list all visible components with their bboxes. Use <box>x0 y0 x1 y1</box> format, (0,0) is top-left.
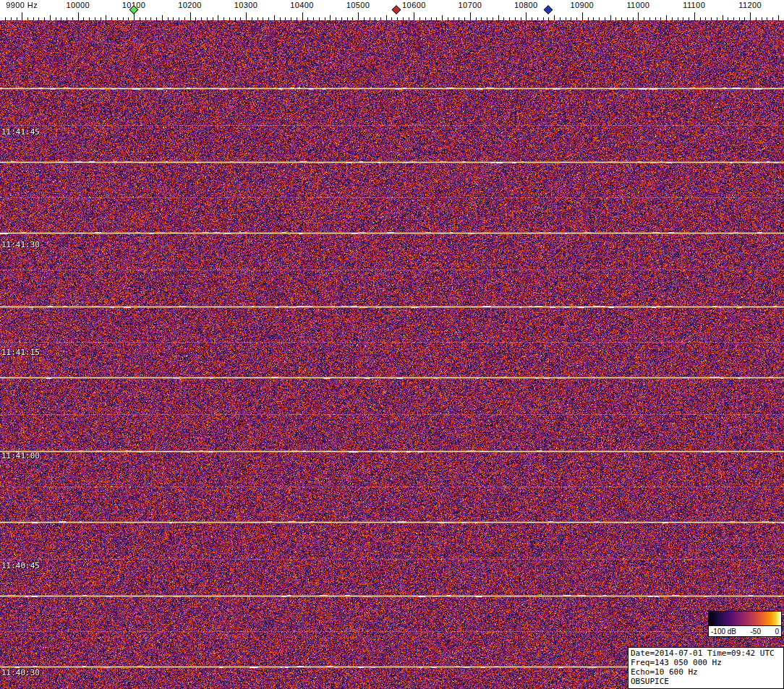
ruler-tick <box>223 17 224 20</box>
marker-diamond-blue-icon[interactable] <box>544 5 553 14</box>
ruler-tick <box>218 15 218 20</box>
ruler-tick <box>633 17 634 20</box>
ruler-tick <box>235 17 236 20</box>
ruler-tick <box>526 12 527 20</box>
ruler-tick <box>370 17 370 20</box>
ruler-tick <box>493 17 493 20</box>
ruler-tick <box>101 17 101 20</box>
ruler-tick <box>297 17 297 20</box>
frequency-ruler[interactable]: 9900 Hz100001010010200103001040010500106… <box>0 0 784 20</box>
ruler-tick <box>644 17 644 20</box>
ruler-tick <box>364 17 365 20</box>
ruler-tick <box>280 17 281 20</box>
ruler-tick <box>610 15 611 20</box>
frequency-label: 9900 Hz <box>6 1 38 9</box>
ruler-tick <box>67 17 67 20</box>
ruler-tick <box>156 17 157 20</box>
ruler-tick <box>50 15 51 20</box>
ruler-tick <box>694 12 695 20</box>
ruler-tick <box>638 12 639 20</box>
colorbar-min-label: -100 dB <box>711 628 736 635</box>
ruler-tick <box>95 17 95 20</box>
ruler-tick <box>229 17 230 20</box>
ruler-tick <box>201 17 202 20</box>
marker-diamond-red-icon[interactable] <box>391 5 401 14</box>
ruler-tick <box>268 17 269 20</box>
ruler-tick <box>543 17 544 20</box>
frequency-label: 10200 <box>178 1 202 9</box>
ruler-tick <box>621 17 622 20</box>
ruler-tick <box>150 17 151 20</box>
ruler-tick <box>515 17 516 20</box>
ruler-tick <box>111 17 112 20</box>
colorbar-mid-label: -50 <box>751 628 761 635</box>
ruler-tick <box>425 17 426 20</box>
ruler-tick <box>330 15 331 20</box>
ruler-tick <box>61 17 61 20</box>
ruler-tick <box>386 15 387 20</box>
ruler-tick <box>11 17 12 20</box>
colorbar-gradient <box>709 612 781 626</box>
ruler-tick <box>128 17 129 20</box>
ruler-tick <box>509 17 510 20</box>
ruler-tick <box>173 17 174 20</box>
info-date-line: Date=2014-07-01 Time=09:42 UTC <box>631 649 781 658</box>
ruler-tick <box>750 12 751 20</box>
ruler-tick <box>470 12 471 20</box>
ruler-tick <box>739 17 740 20</box>
ruler-tick <box>27 17 28 20</box>
ruler-tick <box>498 15 499 20</box>
ruler-tick <box>391 17 392 20</box>
ruler-tick <box>767 17 767 20</box>
time-label: 11:41:45 <box>1 127 40 137</box>
ruler-tick <box>532 17 532 20</box>
ruler-tick <box>431 17 432 20</box>
colorbar-max-label: 0 <box>775 628 779 635</box>
ruler-tick <box>762 17 762 20</box>
ruler-tick <box>403 17 404 20</box>
ruler-tick <box>778 15 779 20</box>
ruler-tick <box>481 17 482 20</box>
ruler-tick <box>123 17 124 20</box>
frequency-label: 10000 <box>66 1 90 9</box>
ruler-tick <box>319 17 320 20</box>
ruler-tick <box>307 17 308 20</box>
ruler-tick <box>733 17 734 20</box>
ruler-tick <box>89 17 90 20</box>
ruler-tick <box>605 17 605 20</box>
ruler-tick <box>17 17 17 20</box>
ruler-tick <box>252 17 252 20</box>
ruler-tick <box>582 12 583 20</box>
ruler-tick <box>336 17 336 20</box>
ruler-tick <box>436 17 437 20</box>
ruler-tick <box>5 17 6 20</box>
ruler-tick <box>302 12 303 20</box>
ruler-tick <box>358 12 359 20</box>
ruler-tick <box>140 17 140 20</box>
ruler-tick <box>744 17 745 20</box>
ruler-tick <box>263 17 263 20</box>
ruler-tick <box>464 17 465 20</box>
spectrogram-waterfall[interactable] <box>0 20 784 689</box>
ruler-tick <box>566 17 566 20</box>
time-label: 11:41:15 <box>1 348 40 357</box>
ruler-tick <box>537 17 538 20</box>
ruler-tick <box>599 17 600 20</box>
ruler-tick <box>352 17 353 20</box>
time-label: 11:40:45 <box>1 561 40 570</box>
ruler-tick <box>728 17 728 20</box>
colorbar-legend: -100 dB -50 0 <box>708 611 782 637</box>
ruler-tick <box>291 17 291 20</box>
ruler-tick <box>414 12 414 20</box>
info-echo-line: Echo=10 600 Hz <box>631 667 781 677</box>
ruler-tick <box>145 17 146 20</box>
ruler-tick <box>78 12 79 20</box>
ruler-tick <box>44 17 45 20</box>
time-label: 11:41:00 <box>1 451 40 461</box>
ruler-tick <box>588 17 589 20</box>
frequency-label: 10700 <box>459 1 482 9</box>
ruler-tick <box>627 17 628 20</box>
ruler-tick <box>375 17 375 20</box>
spectrogram-area: 11:41:4511:41:3011:41:1511:41:0011:40:45… <box>0 20 784 689</box>
frequency-label: 11000 <box>626 1 649 9</box>
